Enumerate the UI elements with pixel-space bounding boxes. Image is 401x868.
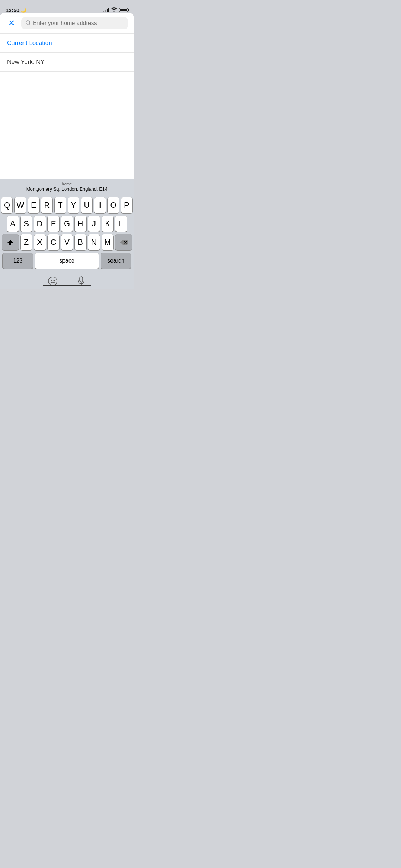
key-f[interactable]: F: [48, 216, 59, 232]
key-b[interactable]: B: [75, 234, 86, 250]
key-search[interactable]: search: [101, 253, 131, 269]
key-c[interactable]: C: [48, 234, 59, 250]
key-e[interactable]: E: [28, 197, 39, 213]
key-j[interactable]: J: [88, 216, 100, 232]
key-row-bottom: 123 space search: [1, 253, 132, 269]
svg-point-5: [51, 280, 52, 281]
autocomplete-main-text: Montgomery Sq, London, England, E14: [26, 186, 108, 192]
key-w[interactable]: W: [15, 197, 26, 213]
key-l[interactable]: L: [115, 216, 127, 232]
current-location-item[interactable]: Current Location: [0, 34, 134, 53]
key-space-label: space: [59, 258, 74, 264]
key-row-1: Q W E R T Y U I O P: [1, 197, 132, 213]
home-indicator: [43, 285, 91, 286]
key-row-3: Z X C V B N M: [1, 234, 132, 250]
key-y[interactable]: Y: [68, 197, 79, 213]
key-h[interactable]: H: [75, 216, 86, 232]
svg-line-1: [29, 24, 30, 25]
key-x[interactable]: X: [34, 234, 46, 250]
status-time: 12:50 🌙: [6, 7, 26, 13]
key-search-label: search: [107, 258, 124, 264]
key-s[interactable]: S: [21, 216, 32, 232]
search-row: ✕: [0, 13, 134, 34]
time-display: 12:50: [6, 7, 19, 13]
keyboard-area: home Montgomery Sq, London, England, E14…: [0, 179, 134, 289]
autocomplete-suggestion[interactable]: home Montgomery Sq, London, England, E14: [26, 182, 108, 192]
autocomplete-bar[interactable]: home Montgomery Sq, London, England, E14: [0, 179, 134, 195]
new-york-item[interactable]: New York, NY: [0, 53, 134, 72]
key-t[interactable]: T: [55, 197, 66, 213]
key-q[interactable]: Q: [1, 197, 12, 213]
key-m[interactable]: M: [102, 234, 113, 250]
key-d[interactable]: D: [34, 216, 46, 232]
key-space[interactable]: space: [35, 253, 99, 269]
home-bar-area: [0, 272, 134, 289]
status-icons: [103, 7, 128, 13]
close-icon: ✕: [8, 19, 15, 27]
key-z[interactable]: Z: [21, 234, 32, 250]
svg-point-4: [48, 277, 57, 285]
key-r[interactable]: R: [41, 197, 52, 213]
signal-icon: [103, 8, 109, 12]
key-a[interactable]: A: [7, 216, 19, 232]
current-location-label: Current Location: [7, 40, 52, 46]
keyboard-rows: Q W E R T Y U I O P A S D F G H J K L: [0, 195, 134, 272]
key-row-2: A S D F G H J K L: [1, 216, 132, 232]
autocomplete-divider-left: [24, 182, 24, 192]
key-123-label: 123: [13, 258, 23, 264]
moon-icon: 🌙: [21, 7, 26, 13]
key-u[interactable]: U: [81, 197, 92, 213]
battery-icon: [119, 8, 128, 12]
new-york-label: New York, NY: [7, 58, 45, 65]
key-o[interactable]: O: [108, 197, 119, 213]
search-input-wrapper[interactable]: [21, 17, 128, 29]
wifi-icon: [111, 7, 117, 13]
search-glass-icon: [26, 20, 31, 26]
key-p[interactable]: P: [121, 197, 132, 213]
key-i[interactable]: I: [94, 197, 106, 213]
autocomplete-divider-right: [110, 182, 110, 192]
svg-point-6: [53, 280, 55, 281]
key-v[interactable]: V: [61, 234, 73, 250]
key-g[interactable]: G: [61, 216, 73, 232]
key-k[interactable]: K: [102, 216, 113, 232]
search-input[interactable]: [33, 20, 124, 26]
key-n[interactable]: N: [88, 234, 100, 250]
svg-rect-7: [80, 277, 83, 282]
autocomplete-sub-text: home: [26, 182, 108, 186]
delete-key[interactable]: [115, 234, 132, 250]
key-123[interactable]: 123: [3, 253, 33, 269]
shift-key[interactable]: [2, 234, 19, 250]
close-button[interactable]: ✕: [6, 17, 17, 29]
